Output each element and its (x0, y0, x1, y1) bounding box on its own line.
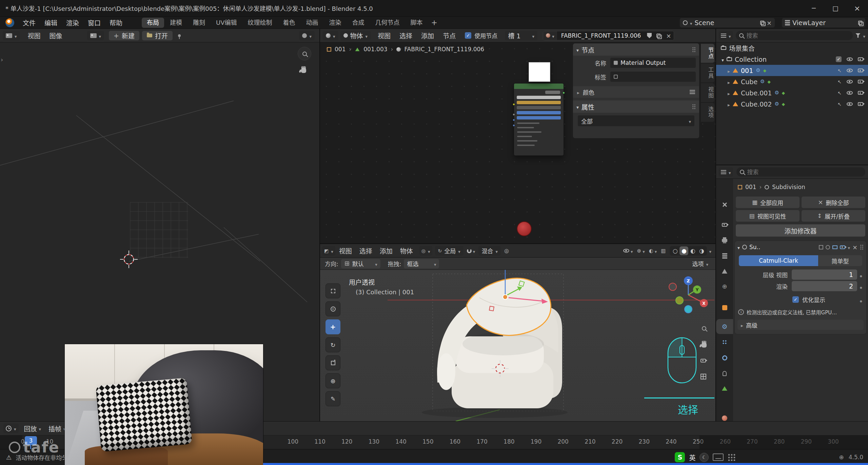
tool-cursor[interactable] (326, 301, 340, 316)
sidebar-tab[interactable]: 工具 (701, 63, 714, 82)
filter-sliders-icon[interactable] (690, 90, 695, 94)
filter-dropdown[interactable]: 全部 (578, 115, 694, 126)
editmode-toggle-icon[interactable] (819, 245, 823, 249)
hide-eye-icon[interactable] (847, 91, 853, 95)
gizmo-dropdown[interactable]: ⊕ (637, 247, 645, 255)
drag-dots-icon[interactable] (692, 47, 696, 53)
color-subpanel-header[interactable]: 颜色 (573, 86, 699, 98)
advanced-subpanel-header[interactable]: 高级 (737, 320, 864, 330)
workspace-tab[interactable]: 雕刻 (188, 18, 210, 28)
workspace-tab[interactable]: 渲染 (324, 18, 347, 28)
snap-toggle[interactable] (467, 247, 475, 255)
tab-object[interactable] (716, 300, 733, 315)
node-name-field[interactable]: Material Output (610, 58, 696, 68)
animate-dot[interactable] (860, 296, 862, 303)
animate-dot[interactable] (860, 282, 862, 290)
playback-popover[interactable]: 回放 (24, 424, 41, 433)
shading-mode-button[interactable]: ○ (671, 246, 679, 255)
apply-all-button[interactable]: ▦全部应用 (736, 197, 800, 208)
selectable-pointer-icon[interactable]: ↖ (837, 90, 842, 96)
simple-button[interactable]: 简单型 (818, 255, 862, 266)
tab-physics[interactable] (716, 350, 733, 365)
levels-render-field[interactable]: 2 (792, 281, 857, 291)
scene-selector[interactable]: Scene (680, 18, 775, 27)
selectable-pointer-icon[interactable]: ↖ (837, 101, 842, 107)
expander-icon[interactable] (728, 89, 730, 97)
overlays-dropdown[interactable]: ◐ (649, 247, 657, 255)
zoom-gizmo-button[interactable] (298, 47, 311, 60)
tool-scale[interactable] (326, 355, 340, 370)
sidebar-tab[interactable]: 视图 (701, 83, 714, 102)
tab-view-layer[interactable] (716, 248, 733, 263)
collection-row[interactable]: Collection (716, 54, 868, 65)
workspace-tab[interactable]: UV编辑 (211, 18, 242, 28)
tab-world[interactable]: ⊕ (716, 279, 733, 294)
render-toggle-icon[interactable] (840, 245, 845, 249)
workspace-tab[interactable]: 建模 (165, 18, 187, 28)
tab-render[interactable] (716, 217, 733, 232)
browse-material-button[interactable] (543, 31, 557, 40)
camera-view-button[interactable] (696, 354, 710, 367)
animate-dot[interactable] (860, 271, 862, 278)
object-row[interactable]: Cube.001 ◆ ↖ (716, 87, 868, 98)
use-nodes-toggle[interactable]: 使用节点 (465, 31, 497, 40)
item-panel-header[interactable]: 属性 (573, 100, 699, 113)
outliner-search[interactable] (736, 31, 853, 40)
orientation-value-dropdown[interactable]: 默认 (341, 259, 380, 268)
toolbox-grid-icon[interactable] (728, 453, 736, 461)
viewport-menu-item[interactable]: 选择 (356, 246, 376, 255)
viewport-canvas[interactable]: 用户透视 (3) Collection | 001 + ↻ ⊕ ✎ Z X (320, 270, 715, 421)
editor-type-button[interactable] (323, 31, 338, 40)
material-slot-dropdown[interactable]: 槽 1 (505, 31, 537, 40)
workspace-tab[interactable]: 合成 (347, 18, 370, 28)
add-workspace-button[interactable]: + (431, 18, 437, 27)
tool-rotate[interactable]: ↻ (326, 337, 340, 352)
axis-navigator-gizmo[interactable]: Z X Y (666, 273, 711, 317)
viewport-menu-item[interactable]: 物体 (396, 246, 417, 255)
workspace-tab[interactable]: 纹理绘制 (243, 18, 277, 28)
minimize-button[interactable]: ─ (803, 0, 825, 16)
hide-eye-icon[interactable] (847, 80, 853, 83)
expand-collapse-button[interactable]: ↕展开/折叠 (802, 210, 865, 222)
hide-eye-icon[interactable] (847, 102, 853, 106)
collection-checkbox[interactable] (836, 56, 842, 62)
expander-icon[interactable] (728, 67, 730, 74)
shading-mode-button[interactable]: ● (679, 246, 688, 255)
viewport-menu-item[interactable]: 添加 (376, 246, 396, 255)
workspace-tab[interactable]: 脚本 (406, 18, 428, 28)
sidebar-tab[interactable]: 节点 (701, 44, 714, 63)
close-button[interactable]: × (846, 0, 868, 16)
ortho-toggle-button[interactable] (696, 370, 710, 383)
shading-settings-icon[interactable] (709, 247, 711, 255)
image-editor-menu-item[interactable]: 图像 (45, 31, 67, 40)
tab-constraints[interactable] (716, 366, 733, 381)
shader-mode-dropdown[interactable]: 物体 (340, 31, 371, 40)
object-row[interactable]: Cube.002 ◆ ↖ (716, 98, 868, 110)
expander-icon[interactable] (722, 56, 724, 63)
search-input[interactable] (736, 31, 853, 40)
object-row[interactable]: Cube ◆ ↖ (716, 76, 868, 87)
tool-transform[interactable]: ⊕ (326, 373, 340, 388)
render-camera-icon[interactable] (858, 57, 863, 61)
shader-menu-item[interactable]: 视图 (373, 31, 395, 40)
sidebar-tab[interactable]: 选项 (701, 103, 714, 122)
app-menu-item[interactable]: 文件 (18, 18, 40, 27)
realtime-toggle-icon[interactable] (832, 245, 837, 249)
tab-particles[interactable] (716, 335, 733, 350)
tab-object-data[interactable] (716, 381, 733, 396)
shader-menu-item[interactable]: 节点 (438, 31, 460, 40)
editor-type-button[interactable] (3, 31, 20, 40)
tool-annotate[interactable]: ✎ (326, 391, 340, 406)
pin-icon[interactable] (178, 34, 181, 37)
snap-with-dropdown[interactable]: 混合 (478, 246, 501, 256)
expander-icon[interactable] (728, 100, 730, 108)
node-label-field[interactable] (610, 72, 696, 82)
new-image-button[interactable]: +新建 (109, 31, 139, 40)
expander-icon[interactable] (728, 78, 730, 86)
viewport-menu-item[interactable]: 视图 (335, 246, 356, 255)
pan-gizmo-button[interactable] (697, 338, 711, 352)
tool-options-dropdown[interactable]: 选项 (689, 259, 711, 268)
new-viewlayer-icon[interactable] (858, 21, 862, 25)
modifier-name[interactable]: Su.. (749, 244, 760, 250)
editor-type-button[interactable] (719, 31, 733, 40)
